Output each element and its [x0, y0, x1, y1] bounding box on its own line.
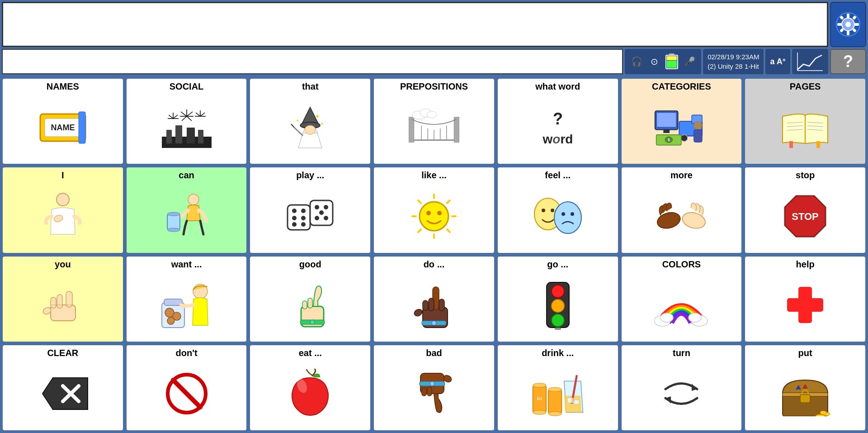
cell-drink[interactable]: drink ... OJ [497, 344, 619, 431]
svg-rect-149 [429, 298, 434, 311]
svg-point-124 [571, 212, 574, 216]
svg-rect-95 [288, 205, 310, 230]
svg-line-49 [291, 124, 294, 128]
svg-rect-172 [422, 388, 426, 396]
cell-i-img [5, 182, 121, 250]
svg-rect-3 [847, 14, 849, 18]
cell-i[interactable]: I [2, 167, 124, 253]
svg-rect-87 [816, 141, 820, 148]
cell-more[interactable]: more [621, 167, 743, 253]
svg-text:✦: ✦ [315, 113, 320, 120]
cell-eat[interactable]: eat ... [249, 344, 371, 431]
cell-clear[interactable]: CLEAR [2, 344, 124, 431]
cell-play[interactable]: play ... [249, 167, 371, 253]
svg-rect-79 [694, 129, 702, 142]
svg-line-31 [182, 116, 187, 121]
cell-turn[interactable]: turn [621, 344, 743, 431]
svg-line-34 [169, 115, 173, 119]
cell-turn-img [623, 360, 740, 428]
cell-categories[interactable]: CATEGORIES $ [621, 78, 743, 165]
svg-point-120 [542, 209, 545, 212]
svg-point-93 [167, 212, 180, 216]
cell-feel-label: feel ... [545, 170, 571, 181]
cell-eat-img [252, 360, 368, 428]
cell-names[interactable]: NAMES NAME [2, 78, 124, 165]
cell-good[interactable]: good [249, 256, 371, 343]
cell-do-label: do ... [424, 259, 445, 270]
cell-prepositions-img [376, 94, 492, 161]
svg-point-91 [188, 194, 199, 205]
cell-pages[interactable]: PAGES [744, 78, 866, 165]
cell-stop[interactable]: stop STOP [744, 167, 866, 253]
svg-point-156 [552, 300, 564, 312]
font-size-display: a A° [765, 49, 790, 74]
settings-button[interactable] [830, 2, 866, 47]
cell-can-label: can [179, 170, 194, 181]
cell-go[interactable]: go ... [497, 256, 619, 343]
svg-text:NAME: NAME [51, 123, 75, 132]
cell-do-img [376, 271, 492, 339]
svg-point-101 [292, 222, 297, 227]
cell-you-label: you [55, 259, 71, 270]
cell-what-word-label: what word [535, 81, 580, 92]
svg-point-178 [533, 383, 546, 387]
svg-point-47 [305, 125, 316, 134]
cell-good-label: good [299, 259, 321, 270]
svg-line-113 [418, 200, 421, 203]
cell-put[interactable]: put [744, 344, 866, 431]
svg-point-106 [315, 216, 319, 220]
svg-point-179 [533, 410, 546, 414]
svg-point-89 [57, 193, 69, 206]
svg-point-73 [681, 134, 688, 141]
cell-do[interactable]: do ... [373, 256, 495, 343]
svg-point-175 [430, 381, 434, 386]
help-button-top[interactable]: ? [830, 49, 866, 74]
cell-social[interactable]: SOCIAL [126, 78, 248, 165]
cell-dont[interactable]: don't [126, 344, 248, 431]
svg-rect-24 [187, 128, 195, 143]
svg-marker-165 [42, 378, 88, 409]
prediction-display [2, 49, 623, 74]
svg-rect-14 [667, 56, 677, 60]
cell-can[interactable]: can [126, 167, 248, 253]
svg-rect-136 [164, 299, 182, 305]
cell-pages-label: PAGES [790, 81, 821, 92]
cell-go-label: go ... [547, 259, 568, 270]
svg-rect-57 [454, 117, 459, 142]
symbol-grid: NAMES NAME SOCIAL [0, 76, 868, 433]
cell-want[interactable]: want ... [126, 256, 248, 343]
svg-rect-20 [79, 112, 85, 143]
svg-rect-143 [308, 298, 312, 308]
cell-want-label: want ... [171, 259, 202, 270]
cell-feel[interactable]: feel ... [497, 167, 619, 253]
cell-colors-label: COLORS [662, 259, 701, 270]
cell-like[interactable]: like ... [373, 167, 495, 253]
settings-icon [835, 12, 861, 37]
svg-rect-191 [800, 395, 810, 403]
svg-line-35 [173, 115, 178, 119]
cell-go-img [500, 271, 616, 339]
svg-point-121 [551, 209, 554, 212]
cell-that[interactable]: that ✦ ✦ ✦ [249, 78, 371, 165]
cell-help[interactable]: help [744, 256, 866, 343]
svg-line-28 [187, 112, 193, 116]
cell-that-img: ✦ ✦ ✦ [252, 94, 368, 161]
cell-help-img [747, 271, 863, 339]
icon-cluster: 🎧 ⊙ 🎤 [625, 49, 701, 74]
cell-colors[interactable]: COLORS [621, 256, 743, 343]
brightness-icon: ⊙ [646, 53, 662, 70]
svg-text:STOP: STOP [792, 211, 819, 222]
svg-rect-132 [57, 295, 62, 308]
svg-rect-88 [789, 141, 793, 148]
svg-line-48 [294, 128, 303, 136]
cell-clear-img [5, 360, 121, 428]
svg-point-99 [292, 216, 297, 220]
cell-what-word[interactable]: what word ? word [497, 78, 619, 165]
svg-point-145 [310, 320, 315, 324]
cell-you[interactable]: you [2, 256, 124, 343]
cell-prepositions[interactable]: PREPOSITIONS [373, 78, 495, 165]
svg-rect-92 [167, 214, 180, 230]
svg-rect-148 [423, 300, 428, 310]
svg-line-39 [196, 113, 200, 116]
cell-bad[interactable]: bad [373, 344, 495, 431]
